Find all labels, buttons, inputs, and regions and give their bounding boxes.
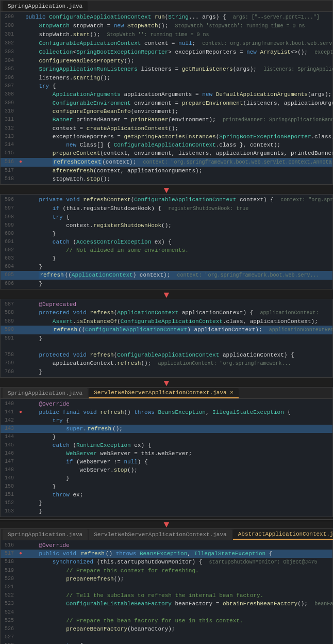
line-row: 312 context = createApplicationContext()… — [1, 124, 332, 133]
line-row: 587 @Deprecated — [1, 300, 332, 309]
line-row: 525 // Prepare the bean factory for use … — [1, 617, 332, 625]
tab-servlet-web-server-5[interactable]: ServletWebServerApplicationContext.java — [89, 529, 231, 540]
arrow-2: ▼ — [0, 292, 333, 299]
line-row: 521 — [1, 583, 332, 591]
line-row: 601 catch (AccessControlException ex) { — [1, 238, 332, 246]
line-row: 597 if (this.registerShutdownHook) { reg… — [1, 204, 332, 213]
line-row: 522 // Tell the subclass to refresh the … — [1, 591, 332, 600]
code-area-5: 516 @Override 517 ● public void refresh(… — [1, 540, 332, 644]
line-row: 150 } — [1, 482, 332, 491]
panel-3: 587 @Deprecated 588 protected void refre… — [0, 299, 333, 378]
line-row: 758 protected void refresh(ConfigurableA… — [1, 351, 332, 359]
line-row: 308 ApplicationArguments applicationArgu… — [1, 90, 332, 99]
line-row: 147 if (webServer != null) { — [1, 458, 332, 466]
panel-4: SpringApplication.java ServletWebServerA… — [0, 387, 333, 517]
line-row: 602 // Not allowed in some environments. — [1, 246, 332, 254]
tab-spring-application-5[interactable]: SpringApplication.java — [3, 529, 88, 540]
line-row: 516 @Override — [1, 541, 332, 550]
line-row: 311 Banner printedBanner = printBanner(e… — [1, 116, 332, 124]
line-row: 518 synchronized (this.startupShutdownMo… — [1, 558, 332, 567]
tab-spring-application-4[interactable]: SpringApplication.java — [3, 388, 88, 398]
line-row: 307 try { — [1, 82, 332, 90]
line-row: 603 } — [1, 254, 332, 263]
line-row: 600 } — [1, 230, 332, 238]
line-row: 517 afterRefresh(context, applicationArg… — [1, 167, 332, 175]
line-row: 523 ConfigurableListableBeanFactory bean… — [1, 600, 332, 608]
breakpoint-icon: ● — [17, 158, 24, 166]
tab-bar-5: SpringApplication.java ServletWebServerA… — [1, 529, 332, 540]
tab-servlet-web-server[interactable]: ServletWebServerApplicationContext.java … — [89, 388, 239, 398]
line-row: 148 webServer.stop(); — [1, 466, 332, 474]
arrow-1: ▼ — [0, 187, 333, 194]
line-row: 598 try { — [1, 213, 332, 221]
line-row: 305 SpringApplicationRunListeners listen… — [1, 65, 332, 74]
line-row: 760 } — [1, 368, 332, 376]
line-row: 524 — [1, 608, 332, 617]
line-row: 152 } — [1, 499, 332, 507]
line-row: 146 WebServer webServer = this.webServer… — [1, 449, 332, 458]
panel-2: 596 private void refreshContext(Configur… — [0, 194, 333, 289]
line-row: 520 prepareRefresh(); — [1, 575, 332, 583]
line-row: 299 public ConfigurableApplicationContex… — [1, 13, 332, 22]
line-row: 588 protected void refresh(ApplicationCo… — [1, 309, 332, 317]
panel-1: SpringApplication.java 299 public Config… — [0, 0, 333, 185]
line-row: 591 } — [1, 334, 332, 343]
line-row: 153 } — [1, 507, 332, 516]
line-row: 140 @Override — [1, 400, 332, 408]
line-row: 604 } — [1, 263, 332, 271]
line-row: 759 applicationContext.refresh(); applic… — [1, 359, 332, 368]
code-area-1: 299 public ConfigurableApplicationContex… — [1, 12, 332, 184]
line-row-highlighted: 143 super.refresh(); — [1, 425, 332, 433]
line-row: 151 throw ex; — [1, 491, 332, 499]
code-area-4: 140 @Override 141 ● public final void re… — [1, 399, 332, 517]
line-row: 310 configureIgnoreBeanInfo(environment)… — [1, 107, 332, 116]
line-row: 304 configureHeadlessProperty(); — [1, 57, 332, 65]
code-area-3: 587 @Deprecated 588 protected void refre… — [1, 299, 332, 377]
line-row: 599 context.registerShutdownHook(); — [1, 221, 332, 230]
line-row: 144 } — [1, 433, 332, 441]
tab-bar-4: SpringApplication.java ServletWebServerA… — [1, 388, 332, 399]
line-row: 528 try { — [1, 641, 332, 644]
line-row: 302 ConfigurableApplicationContext conte… — [1, 39, 332, 48]
line-row-highlighted: 605 refresh((ApplicationContext) context… — [1, 271, 332, 280]
tab-spring-application-1[interactable]: SpringApplication.java — [3, 1, 88, 11]
line-row: 596 private void refreshContext(Configur… — [1, 196, 332, 204]
line-row: 527 — [1, 633, 332, 641]
line-row: 145 catch (RuntimeException ex) { — [1, 441, 332, 449]
breakpoint-icon-3: ● — [17, 550, 24, 558]
arrow-4: ▼ — [0, 521, 333, 528]
line-row: 309 ConfigurableEnvironment environment … — [1, 99, 332, 107]
line-row-highlighted: 590 refresh((ConfigurableApplicationCont… — [1, 326, 332, 334]
code-area-2: 596 private void refreshContext(Configur… — [1, 195, 332, 289]
line-row — [1, 343, 332, 351]
line-row: 526 prepareBeanFactory(beanFactory); — [1, 625, 332, 633]
tab-abstract-app-context[interactable]: AbstractApplicationContext.java × — [233, 529, 333, 540]
line-row: 519 // Prepare this context for refreshi… — [1, 567, 332, 575]
line-row: 518 stopWatch.stop(); — [1, 175, 332, 183]
line-row-highlighted: 517 ● public void refresh() throws Beans… — [1, 550, 332, 558]
line-row: 149 } — [1, 474, 332, 482]
line-row: 314 new Class[] { ConfigurableApplicatio… — [1, 141, 332, 149]
line-row: 606 } — [1, 280, 332, 288]
breakpoint-icon-2: ● — [17, 408, 24, 416]
line-row: 142 try { — [1, 416, 332, 425]
tab-bar-1: SpringApplication.java — [1, 1, 332, 12]
arrow-3: ▼ — [0, 380, 333, 387]
line-row: 589 Assert.isInstanceOf(ConfigurableAppl… — [1, 317, 332, 326]
line-row: 306 listeners.starting(); — [1, 74, 332, 82]
line-row: 515 prepareContext(context, environment,… — [1, 149, 332, 158]
line-row: 300 StopWatch stopWatch = new StopWatch(… — [1, 22, 332, 30]
line-row-highlighted: 516 ● refreshContext(context); context: … — [1, 158, 332, 167]
line-row: 141 ● public final void refresh() throws… — [1, 408, 332, 416]
line-row: 313 exceptionReporters = getSpringFactor… — [1, 133, 332, 141]
line-row: 301 stopWatch.start(); StopWatch '': run… — [1, 30, 332, 39]
line-row: 303 Collection<SpringBootExceptionReport… — [1, 48, 332, 57]
panel-5: SpringApplication.java ServletWebServerA… — [0, 528, 333, 644]
